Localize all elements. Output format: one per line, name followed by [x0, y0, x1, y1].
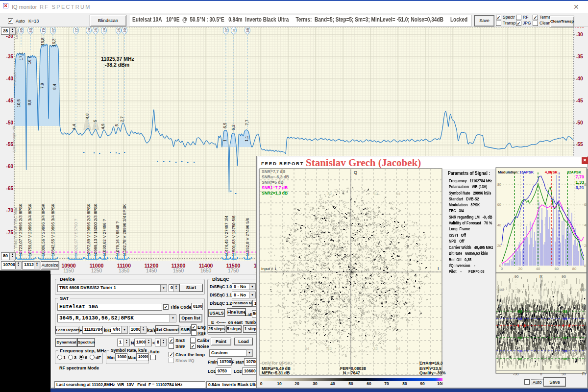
- svg-text:Input = 1: Input = 1: [261, 267, 277, 271]
- svg-text:0: 0: [260, 381, 263, 386]
- svg-text:-45: -45: [576, 98, 583, 103]
- svg-text:-90: -90: [513, 372, 519, 376]
- svg-text:10723,07 V 29996 2/3 8PSK: 10723,07 V 29996 2/3 8PSK: [18, 203, 23, 256]
- svg-text:100: 100: [437, 381, 442, 386]
- svg-text:-70: -70: [6, 208, 14, 213]
- svg-text:10999,13 V 15000 2/3 8PSK: 10999,13 V 15000 2/3 8PSK: [93, 203, 98, 256]
- svg-text:1550: 1550: [173, 268, 184, 273]
- svg-text:SNR,dB: SNR,dB: [13, 72, 17, 86]
- svg-text:16,7: 16,7: [27, 56, 32, 64]
- svg-text:64: 64: [396, 346, 400, 351]
- svg-text:32: 32: [327, 346, 332, 351]
- svg-text:1450: 1450: [146, 268, 157, 273]
- svg-text:20: 20: [584, 244, 587, 248]
- svg-text:32APSK: 32APSK: [567, 170, 582, 174]
- svg-text:-60: -60: [6, 164, 14, 169]
- svg-text:1,1: 1,1: [244, 136, 249, 142]
- svg-text:4,8PSK: 4,8PSK: [545, 170, 558, 174]
- svg-text:10: 10: [277, 381, 282, 386]
- svg-text:40: 40: [536, 267, 540, 271]
- svg-text:11025,37 MHz: 11025,37 MHz: [101, 56, 134, 62]
- svg-text:30: 30: [313, 381, 318, 386]
- svg-text:MERr=5,31 dB: MERr=5,31 dB: [262, 370, 290, 375]
- svg-text:0: 0: [501, 267, 503, 271]
- svg-text:Fi: Fi: [582, 371, 586, 376]
- svg-text:Modulation:: Modulation:: [498, 170, 519, 174]
- svg-text:32: 32: [518, 357, 522, 361]
- svg-text:31: 31: [232, 28, 236, 32]
- svg-text:32: 32: [373, 346, 378, 351]
- svg-text:-65: -65: [6, 186, 14, 191]
- svg-text:24: 24: [102, 28, 106, 32]
- svg-text:-50: -50: [6, 120, 14, 125]
- svg-text:2,7: 2,7: [120, 116, 124, 122]
- svg-text:32: 32: [518, 336, 522, 340]
- svg-text:11552,8 V 27496 5/6: 11552,8 V 27496 5/6: [245, 218, 250, 256]
- svg-text:-50: -50: [576, 120, 583, 125]
- svg-text:0: 0: [540, 372, 542, 376]
- svg-text:6,2: 6,2: [231, 124, 236, 130]
- svg-text:SNRa=-6,2 dB: SNRa=-6,2 dB: [262, 174, 289, 179]
- svg-text:1650: 1650: [200, 268, 212, 273]
- svg-text:32: 32: [563, 357, 567, 361]
- svg-text:10759,07 V 29996 3/4 8PSK: 10759,07 V 29996 3/4 8PSK: [27, 203, 32, 256]
- svg-text:1,33: 1,33: [575, 180, 584, 185]
- svg-text:10972,89 V 29996 2/3 8PSK: 10972,89 V 29996 2/3 8PSK: [86, 203, 91, 256]
- svg-text:39: 39: [122, 28, 127, 32]
- svg-text:20: 20: [294, 381, 299, 386]
- svg-text:3,21: 3,21: [575, 185, 584, 190]
- svg-text:10806,56 V 29996 3/4 8PSK: 10806,56 V 29996 3/4 8PSK: [41, 203, 46, 256]
- svg-text:50: 50: [348, 381, 353, 386]
- svg-text:16APSK: 16APSK: [519, 170, 534, 174]
- svg-text:16,3: 16,3: [51, 38, 56, 47]
- svg-text:64: 64: [305, 346, 309, 351]
- svg-text:-35: -35: [576, 54, 583, 59]
- svg-text:7,7: 7,7: [245, 120, 249, 125]
- svg-text:10842,55 V 29996 3/4 8PSK: 10842,55 V 29996 3/4 8PSK: [50, 203, 55, 256]
- svg-text:1250: 1250: [91, 268, 102, 273]
- svg-text:16: 16: [563, 317, 567, 321]
- svg-text:11102,78 V 29996 3/4 8PSK: 11102,78 V 29996 3/4 8PSK: [122, 204, 127, 256]
- svg-text:32: 32: [563, 336, 567, 340]
- svg-text:Only for QPSK:: Only for QPSK:: [262, 361, 292, 366]
- svg-text:40: 40: [584, 223, 587, 227]
- svg-text:25: 25: [94, 28, 98, 32]
- svg-text:6,5: 6,5: [222, 122, 227, 128]
- svg-text:ErrAm=19,3: ErrAm=19,3: [419, 361, 443, 366]
- svg-text:40: 40: [330, 381, 335, 386]
- svg-text:-30: -30: [576, 32, 583, 37]
- svg-text:4: 4: [517, 323, 519, 328]
- svg-text:10926,97 V 56790 ?: 10926,97 V 56790 ?: [74, 219, 78, 256]
- svg-text:-55: -55: [576, 142, 583, 147]
- svg-text:8,8: 8,8: [27, 99, 32, 105]
- svg-text:60: 60: [584, 202, 587, 207]
- svg-text:Quality=-39%: Quality=-39%: [419, 370, 446, 375]
- svg-text:-45: -45: [6, 98, 14, 103]
- svg-text:Linc Margin,dB: Linc Margin,dB: [12, 126, 16, 152]
- svg-text:90: 90: [562, 274, 566, 279]
- svg-text:8: 8: [568, 323, 571, 328]
- svg-text:I: I: [438, 266, 439, 271]
- svg-text:60: 60: [497, 202, 501, 207]
- svg-text:5: 5: [114, 124, 119, 126]
- svg-text:64: 64: [305, 192, 309, 196]
- svg-text:-75: -75: [6, 230, 14, 235]
- svg-text:32: 32: [563, 309, 567, 314]
- svg-text:0: 0: [584, 264, 586, 268]
- svg-text:-38,2 dBm: -38,2 dBm: [105, 62, 129, 68]
- svg-text:17,1: 17,1: [19, 52, 24, 60]
- svg-text:90: 90: [420, 381, 425, 386]
- svg-text:16: 16: [563, 349, 567, 353]
- svg-text:80: 80: [402, 381, 407, 386]
- svg-text:8: 8: [523, 323, 526, 328]
- svg-text:11030,62 V 27496 ?: 11030,62 V 27496 ?: [102, 219, 107, 256]
- svg-text:83: 83: [28, 28, 33, 32]
- svg-text:38: 38: [245, 28, 250, 32]
- svg-text:25: 25: [117, 28, 121, 32]
- svg-text:1: 1: [222, 139, 227, 142]
- svg-text:SNR1=7,7 dB: SNR1=7,7 dB: [262, 185, 288, 190]
- svg-text:10,5: 10,5: [16, 99, 21, 107]
- svg-text:79: 79: [41, 28, 46, 32]
- svg-text:80: 80: [572, 267, 576, 271]
- svg-text:-90: -90: [513, 274, 519, 279]
